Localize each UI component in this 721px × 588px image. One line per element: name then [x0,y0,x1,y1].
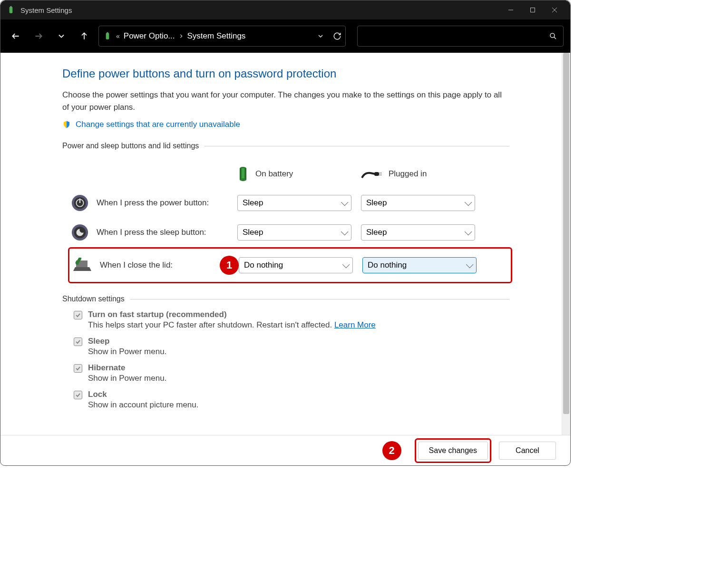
footer: 2 Save changes Cancel [0,435,570,465]
refresh-icon[interactable] [333,32,341,40]
window-title: System Settings [20,6,500,14]
shield-icon [62,120,71,129]
column-on-battery: On battery [237,165,361,183]
svg-rect-1 [10,6,11,7]
section-power-sleep-label: Power and sleep buttons and lid settings [62,142,509,150]
checkbox-hibernate [74,364,82,373]
sleep-button-icon [71,223,89,241]
section-shutdown-label: Shutdown settings [62,295,509,303]
battery-icon [103,31,112,41]
svg-rect-9 [106,33,109,39]
row-power-button: When I press the power button: Sleep Sle… [71,188,509,218]
minimize-button[interactable] [500,0,522,19]
annotation-2-highlight: Save changes [415,438,491,463]
learn-more-link[interactable]: Learn More [334,320,376,329]
save-changes-button[interactable]: Save changes [418,442,488,460]
checkbox-lock [74,391,82,399]
address-bar[interactable]: « Power Optio... System Settings [98,26,346,47]
search-box[interactable] [357,26,564,47]
breadcrumb-prefix: « [116,32,120,40]
scrollbar-thumb[interactable] [563,53,569,414]
checkbox-fast-startup [74,311,82,319]
page-description: Choose the power settings that you want … [62,89,509,113]
scrollbar[interactable] [562,53,570,435]
laptop-lid-icon [72,258,92,273]
select-power-button-battery[interactable]: Sleep [237,195,351,211]
svg-point-11 [550,33,555,38]
select-lid-battery[interactable]: Do nothing [239,257,353,273]
up-button[interactable] [76,28,93,45]
annotation-1-highlight: When I close the lid: 1 Do nothing Do no… [68,247,512,283]
plug-icon [361,168,382,180]
battery-icon [237,165,249,183]
battery-app-icon [6,5,16,15]
power-button-icon [71,194,89,212]
select-sleep-button-battery[interactable]: Sleep [237,224,351,241]
shutdown-sleep: Sleep Show in Power menu. [74,337,509,357]
select-sleep-button-plugged[interactable]: Sleep [361,224,475,241]
maximize-button[interactable] [522,0,544,19]
svg-rect-16 [374,172,379,176]
annotation-badge-2: 2 [382,441,401,460]
svg-line-12 [554,37,556,39]
svg-rect-0 [10,7,13,13]
titlebar: System Settings [0,0,570,19]
admin-link-text: Change settings that are currently unava… [76,120,240,129]
navbar: « Power Optio... System Settings [0,19,570,53]
search-icon [549,32,557,40]
checkbox-sleep [74,337,82,346]
back-button[interactable] [7,28,24,45]
select-lid-plugged[interactable]: Do nothing [362,257,477,273]
row-sleep-button: When I press the sleep button: Sleep Sle… [71,218,509,247]
recent-dropdown-button[interactable] [53,28,70,45]
breadcrumb-item-power-options[interactable]: Power Optio... [124,31,175,41]
forward-button[interactable] [30,28,47,45]
breadcrumb-item-system-settings[interactable]: System Settings [187,31,246,41]
cancel-button[interactable]: Cancel [499,442,556,460]
shutdown-lock: Lock Show in account picture menu. [74,390,509,410]
svg-rect-3 [531,8,535,12]
select-power-button-plugged[interactable]: Sleep [361,195,475,211]
svg-rect-14 [240,168,246,180]
close-button[interactable] [544,0,565,19]
svg-point-15 [240,178,246,181]
shutdown-fast-startup: Turn on fast startup (recommended) This … [74,310,509,330]
svg-rect-10 [107,32,108,34]
chevron-right-icon [179,34,184,39]
chevron-down-icon[interactable] [317,32,324,40]
row-close-lid: When I close the lid: 1 Do nothing Do no… [72,251,508,280]
annotation-badge-1: 1 [220,256,239,275]
shutdown-hibernate: Hibernate Show in Power menu. [74,363,509,383]
column-plugged-in: Plugged in [361,168,485,180]
page-title: Define power buttons and turn on passwor… [62,67,509,80]
change-unavailable-settings-link[interactable]: Change settings that are currently unava… [62,120,509,129]
